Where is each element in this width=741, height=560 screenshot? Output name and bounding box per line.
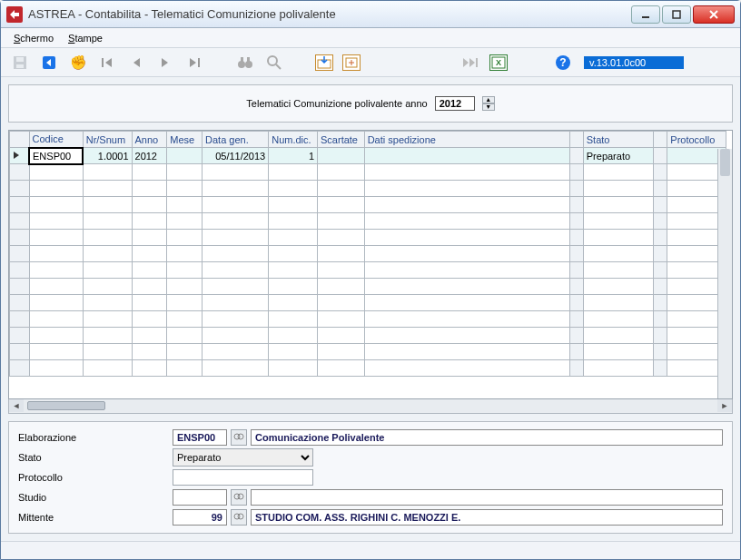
col-scartate[interactable]: Scartate: [318, 132, 365, 148]
cell-anno[interactable]: 2012: [132, 148, 167, 164]
cell-stato[interactable]: [583, 295, 654, 311]
cell-sep[interactable]: [569, 181, 583, 197]
cell-datisped[interactable]: [364, 295, 569, 311]
last-icon[interactable]: [184, 53, 204, 73]
cell-nrsnum[interactable]: [83, 360, 132, 377]
stato-select[interactable]: Preparato: [173, 448, 313, 467]
cell-numdic[interactable]: [269, 181, 318, 197]
horizontal-scrollbar[interactable]: ◄ ►: [8, 399, 733, 414]
cell-numdic[interactable]: [269, 230, 318, 246]
table-row[interactable]: [10, 262, 726, 279]
cell-scartate[interactable]: [318, 262, 365, 279]
scrollbar-thumb[interactable]: [720, 149, 730, 176]
cell-nrsnum[interactable]: 1.0001: [83, 148, 132, 164]
cell-codice[interactable]: [29, 262, 83, 279]
cell-anno[interactable]: [132, 246, 167, 262]
minimize-button[interactable]: [631, 5, 660, 24]
cell-stato[interactable]: [583, 360, 654, 377]
studio-lookup-button[interactable]: [231, 489, 247, 506]
cell-anno[interactable]: [132, 197, 167, 213]
cell-sep[interactable]: [569, 262, 583, 279]
cell-datisped[interactable]: [364, 344, 569, 360]
cell-codice[interactable]: [29, 246, 83, 262]
cell-sep[interactable]: [654, 328, 667, 344]
cell-datagen[interactable]: [203, 262, 269, 279]
cell-datisped[interactable]: [364, 197, 569, 213]
cell-sep[interactable]: [654, 213, 667, 230]
cell-numdic[interactable]: [269, 328, 318, 344]
binoculars-icon[interactable]: [235, 53, 255, 73]
cell-nrsnum[interactable]: [83, 295, 132, 311]
cell-datisped[interactable]: [364, 213, 569, 230]
cell-stato[interactable]: [583, 344, 654, 360]
cell-nrsnum[interactable]: [83, 164, 132, 181]
table-row[interactable]: [10, 279, 726, 295]
col-numdic[interactable]: Num.dic.: [269, 132, 318, 148]
cell-scartate[interactable]: [318, 246, 365, 262]
cell-numdic[interactable]: [269, 279, 318, 295]
cell-sep[interactable]: [654, 295, 667, 311]
col-anno[interactable]: Anno: [132, 132, 167, 148]
cell-stato[interactable]: [583, 164, 654, 181]
help-icon[interactable]: ?: [553, 53, 573, 73]
cell-mese[interactable]: [167, 344, 203, 360]
cell-codice[interactable]: [29, 197, 83, 213]
cell-nrsnum[interactable]: [83, 311, 132, 328]
cell-nrsnum[interactable]: [83, 328, 132, 344]
table-row[interactable]: [10, 328, 726, 344]
cell-anno[interactable]: [132, 262, 167, 279]
cell-datisped[interactable]: [364, 181, 569, 197]
maximize-button[interactable]: [662, 5, 691, 24]
cell-stato[interactable]: [583, 181, 654, 197]
cell-nrsnum[interactable]: [83, 246, 132, 262]
cell-anno[interactable]: [132, 164, 167, 181]
cell-datagen[interactable]: [203, 344, 269, 360]
elaborazione-lookup-button[interactable]: [231, 429, 247, 446]
cell-sep[interactable]: [654, 164, 667, 181]
cell-mese[interactable]: [167, 279, 203, 295]
col-nrsnum[interactable]: Nr/Snum: [83, 132, 132, 148]
cell-codice[interactable]: [29, 295, 83, 311]
cell-nrsnum[interactable]: [83, 213, 132, 230]
cell-sep[interactable]: [569, 213, 583, 230]
cell-numdic[interactable]: [269, 262, 318, 279]
cell-mese[interactable]: [167, 197, 203, 213]
cell-codice[interactable]: [29, 279, 83, 295]
cell-mese[interactable]: [167, 262, 203, 279]
cell-stato[interactable]: Preparato: [583, 148, 654, 164]
cell-sep[interactable]: [654, 311, 667, 328]
mittente-lookup-button[interactable]: [231, 509, 247, 526]
cell-datagen[interactable]: [203, 295, 269, 311]
year-down-button[interactable]: ▼: [482, 103, 495, 111]
cell-mese[interactable]: [167, 311, 203, 328]
close-button[interactable]: [693, 5, 735, 24]
cell-stato[interactable]: [583, 197, 654, 213]
cell-datagen[interactable]: [203, 328, 269, 344]
back-icon[interactable]: [39, 53, 59, 73]
studio-code[interactable]: [173, 489, 227, 506]
cell-anno[interactable]: [132, 360, 167, 377]
vertical-scrollbar[interactable]: [717, 149, 732, 398]
cell-nrsnum[interactable]: [83, 230, 132, 246]
cell-sep[interactable]: [654, 230, 667, 246]
table-row[interactable]: [10, 246, 726, 262]
cell-scartate[interactable]: [318, 181, 365, 197]
cell-datagen[interactable]: [203, 230, 269, 246]
scroll-right-button[interactable]: ►: [717, 399, 732, 412]
year-input[interactable]: 2012: [435, 96, 475, 111]
cell-sep[interactable]: [654, 181, 667, 197]
table-row[interactable]: [10, 164, 726, 181]
cell-datagen[interactable]: [203, 279, 269, 295]
cell-nrsnum[interactable]: [83, 344, 132, 360]
table-row[interactable]: [10, 181, 726, 197]
fast-forward-icon[interactable]: [460, 53, 480, 73]
cell-anno[interactable]: [132, 213, 167, 230]
zoom-icon[interactable]: [264, 53, 284, 73]
cell-nrsnum[interactable]: [83, 197, 132, 213]
next-icon[interactable]: [155, 53, 175, 73]
scroll-left-button[interactable]: ◄: [9, 399, 24, 412]
cell-sep[interactable]: [654, 279, 667, 295]
cell-sep[interactable]: [654, 344, 667, 360]
cell-datagen[interactable]: [203, 246, 269, 262]
col-datagen[interactable]: Data gen.: [203, 132, 269, 148]
